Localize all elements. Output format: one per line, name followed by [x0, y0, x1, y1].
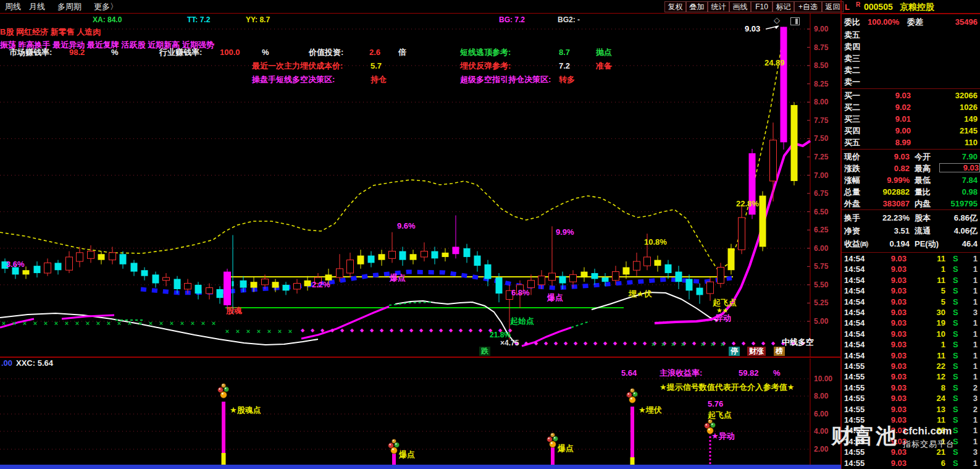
- tick-volume: 11: [915, 276, 945, 284]
- tick-price[interactable]: 9.03: [873, 394, 907, 402]
- toolbar-button-5[interactable]: F10: [751, 1, 773, 12]
- buy-row-volume: 32066: [916, 91, 978, 99]
- escape-ref-value: 8.7: [559, 48, 570, 56]
- buy-row-label[interactable]: 买四: [844, 127, 860, 135]
- tick-time[interactable]: 14:54: [844, 319, 865, 327]
- chart-annotation: 爆点: [547, 293, 563, 302]
- tick-price[interactable]: 9.03: [873, 459, 907, 467]
- tick-time[interactable]: 14:54: [844, 340, 865, 349]
- tick-time[interactable]: 14:55: [844, 373, 865, 381]
- menu-weekly[interactable]: 周线: [5, 2, 21, 11]
- l-flag[interactable]: L: [845, 3, 850, 11]
- tick-time[interactable]: 14:55: [844, 459, 865, 467]
- diamond-icon[interactable]: ◇: [774, 16, 780, 24]
- caizhang-button[interactable]: 财涨: [747, 347, 766, 356]
- tick-price[interactable]: 9.03: [873, 405, 907, 413]
- stock-code[interactable]: 000505: [864, 2, 893, 11]
- candle-body: [474, 256, 481, 266]
- menu-multi-period[interactable]: 多周期: [57, 2, 82, 11]
- buy-row-label[interactable]: 买二: [844, 103, 860, 111]
- tick-price[interactable]: 9.03: [873, 298, 907, 306]
- tick-time[interactable]: 14:54: [844, 298, 865, 306]
- toolbar-button-7[interactable]: +自选: [794, 1, 822, 12]
- diamond-marker: ◆: [350, 327, 354, 333]
- buy-row-label[interactable]: 买一: [844, 91, 860, 99]
- news-row[interactable]: B股 网红经济 新零售 人造肉: [0, 28, 101, 36]
- sell-row-label[interactable]: 卖一: [844, 78, 860, 86]
- buy-row-label[interactable]: 买五: [844, 138, 860, 146]
- tick-time[interactable]: 14:55: [844, 362, 865, 370]
- tick-time[interactable]: 14:54: [844, 352, 865, 360]
- menu-more[interactable]: 更多〉: [94, 2, 118, 11]
- toolbar-button-6[interactable]: 标记: [773, 1, 794, 12]
- tick-time[interactable]: 14:55: [844, 384, 865, 392]
- diamond-marker: ◆: [554, 340, 558, 346]
- r-flag[interactable]: R: [856, 2, 860, 8]
- tick-time[interactable]: 14:55: [844, 405, 865, 413]
- tick-flag: S: [953, 362, 958, 370]
- watermark-tagline: 指标交易平台: [903, 439, 955, 450]
- tick-time[interactable]: 14:54: [844, 265, 865, 273]
- chart-annotation: 9.9%: [556, 227, 574, 237]
- tick-time[interactable]: 14:54: [844, 308, 865, 316]
- tick-time[interactable]: 14:54: [844, 255, 865, 263]
- tick-price[interactable]: 9.03: [873, 362, 907, 370]
- candle-body-hollow: [66, 257, 73, 270]
- tick-price[interactable]: 9.03: [873, 287, 907, 295]
- tick-time[interactable]: 14:54: [844, 287, 865, 295]
- die-button[interactable]: 跌: [479, 347, 490, 356]
- tick-price[interactable]: 9.03: [873, 352, 907, 360]
- toolbar-button-1[interactable]: 复权: [664, 1, 686, 12]
- tick-price[interactable]: 9.03: [873, 308, 907, 316]
- stock-name[interactable]: 京粮控股: [900, 2, 934, 11]
- chart-canvas[interactable]: 9.008.758.508.258.007.757.507.257.006.75…: [0, 0, 841, 469]
- sell-row-label[interactable]: 卖二: [844, 66, 860, 74]
- candle-body: [697, 288, 703, 295]
- sell-row-label[interactable]: 卖四: [844, 43, 860, 51]
- tick-time[interactable]: 14:54: [844, 330, 865, 338]
- tick-price[interactable]: 9.03: [873, 373, 907, 381]
- candle-body-hollow: [718, 267, 724, 283]
- tick-price[interactable]: 9.03: [873, 276, 907, 284]
- tick-price[interactable]: 9.03: [873, 330, 907, 338]
- tick-flag: S: [953, 298, 958, 306]
- tick-price[interactable]: 9.03: [873, 319, 907, 327]
- info-label: 量比: [915, 188, 931, 196]
- fund-value: 46.4: [936, 240, 978, 248]
- x-marker: ×: [225, 327, 229, 335]
- buy-row-price[interactable]: 9.03: [874, 91, 911, 99]
- toolbar-button-2[interactable]: 叠加: [686, 1, 708, 12]
- signal-balloons: [553, 436, 558, 441]
- tick-price[interactable]: 9.03: [873, 340, 907, 349]
- diamond-marker: ◆: [340, 327, 345, 333]
- x-marker: ×: [96, 319, 100, 327]
- buy-row-price[interactable]: 9.01: [874, 115, 911, 123]
- toolbar-button-3[interactable]: 统计: [708, 1, 729, 12]
- fund-label: 净资: [844, 227, 860, 235]
- tick-price[interactable]: 9.03: [873, 265, 907, 273]
- bang-button[interactable]: 榜: [774, 347, 785, 356]
- tick-time[interactable]: 14:54: [844, 276, 865, 284]
- tick-price[interactable]: 9.03: [873, 255, 907, 263]
- x-marker: ×: [44, 319, 48, 327]
- sell-row-label[interactable]: 卖三: [844, 54, 860, 62]
- toolbar-button-4[interactable]: 画线: [729, 1, 751, 12]
- diamond-marker: ◆: [761, 340, 766, 346]
- balloon-highlight: [708, 429, 710, 431]
- menu-monthly[interactable]: 月线: [29, 2, 45, 11]
- balloon-highlight: [219, 388, 220, 389]
- tick-price[interactable]: 9.03: [873, 384, 907, 392]
- panel-toggle-icon[interactable]: [790, 17, 800, 25]
- buy-row-price[interactable]: 9.00: [874, 127, 911, 135]
- candle-body-hollow: [570, 274, 577, 282]
- info-label: 现价: [844, 153, 860, 161]
- sub-indicator-title: XXC: 5.64: [16, 359, 53, 367]
- sell-row-label[interactable]: 卖五: [844, 31, 860, 39]
- x-marker: ×: [65, 319, 69, 327]
- buy-row-price[interactable]: 8.99: [874, 138, 911, 146]
- stop-button[interactable]: 停: [729, 347, 740, 356]
- buy-row-label[interactable]: 买三: [844, 115, 860, 123]
- tick-volume: 10: [915, 330, 945, 338]
- tick-time[interactable]: 14:55: [844, 394, 865, 402]
- buy-row-price[interactable]: 9.02: [874, 103, 911, 111]
